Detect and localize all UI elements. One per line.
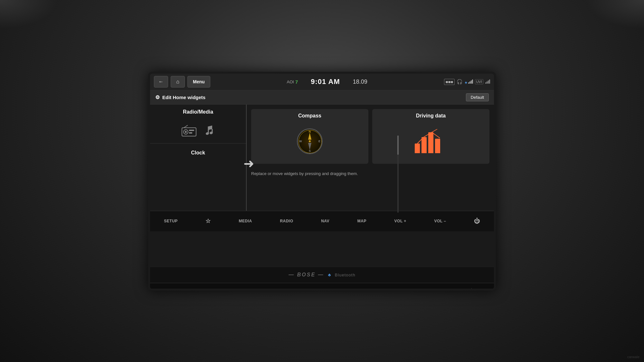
drag-arrow-icon: ➜ (243, 156, 254, 171)
radio-svg-icon (181, 124, 197, 137)
title-bar-content: ⚙ Edit Home widgets (155, 94, 205, 100)
settings-icon: ⚙ (155, 94, 160, 100)
default-button[interactable]: Default (466, 93, 489, 101)
nav-power[interactable]: ⏻ (470, 217, 484, 226)
nav-media[interactable]: MEDIA (235, 218, 256, 225)
bluetooth-icon: ♣ (328, 272, 331, 277)
scrollbar-track[interactable] (397, 135, 399, 213)
radio-media-icons (150, 117, 246, 143)
home-button[interactable]: ⌂ (171, 76, 185, 88)
watermark: carwale (627, 355, 639, 359)
power-icon: ⏻ (474, 218, 480, 225)
menu-button[interactable]: Menu (187, 76, 210, 88)
compass-visual: N S E W (297, 123, 323, 160)
aqi-value: 7 (295, 79, 298, 85)
vol-up-label: VOL + (394, 219, 406, 223)
right-panel: Compass N S E W (247, 105, 494, 211)
compass-west: W (299, 140, 302, 143)
page-title: Edit Home widgets (162, 95, 205, 100)
infotainment-screen: ← ⌂ Menu AOI 7 9:01 AM 18.09 (150, 74, 494, 267)
svg-rect-0 (182, 128, 196, 136)
phys-vol-down[interactable]: VOL – (431, 288, 441, 291)
nav-vol-down[interactable]: VOL – (430, 218, 450, 225)
chart-line-svg (415, 129, 447, 153)
bose-brand: — BOSE — (289, 272, 324, 278)
status-icons: ■■■ 🎧 ♣ UVI (444, 79, 490, 85)
main-content: Radio/Media (150, 105, 494, 211)
music-svg-icon (202, 124, 215, 137)
top-info: AOI 7 9:01 AM 18.09 (213, 78, 441, 86)
clock-title: Clock (155, 150, 241, 156)
back-button[interactable]: ← (154, 76, 168, 88)
nav-setup[interactable]: SETUP (160, 218, 182, 225)
aqi-display: AOI 7 (287, 79, 298, 85)
time-display: 9:01 AM (311, 78, 340, 86)
screen-bezel: ← ⌂ Menu AOI 7 9:01 AM 18.09 (148, 72, 496, 291)
compass-east: E (318, 140, 320, 143)
back-icon: ← (158, 79, 164, 85)
compass-title: Compass (298, 113, 321, 119)
battery-icon: ■■■ (444, 79, 455, 85)
driving-data-visual (415, 123, 447, 160)
aqi-label: AOI (287, 79, 294, 84)
nav-vol-up[interactable]: VOL + (391, 218, 410, 225)
physical-bar: SETUP ☆ MEDIA RADIO NAV MAP VOL + VOL – … (150, 283, 494, 291)
phys-star[interactable]: ☆ (211, 288, 214, 291)
compass-widget[interactable]: Compass N S E W (251, 109, 368, 164)
car-background: ← ⌂ Menu AOI 7 9:01 AM 18.09 (0, 0, 644, 362)
phys-nav[interactable]: NAV (322, 288, 328, 291)
nav-radio[interactable]: RADIO (276, 218, 297, 225)
driving-data-widget[interactable]: Driving data (372, 109, 489, 164)
phys-map[interactable]: MAP (357, 288, 365, 291)
media-label: MEDIA (239, 219, 252, 223)
svg-rect-3 (189, 130, 194, 131)
star-icon: ☆ (205, 218, 211, 225)
svg-rect-4 (189, 132, 192, 134)
driving-data-title: Driving data (416, 113, 446, 119)
uvi-icon: UVI (475, 79, 483, 84)
svg-point-2 (185, 131, 187, 133)
nav-label: NAV (321, 219, 329, 223)
radio-label: RADIO (280, 219, 293, 223)
phys-power[interactable]: ⏻ (470, 288, 473, 291)
map-label: MAP (357, 219, 366, 223)
radio-media-title: Radio/Media (150, 105, 246, 117)
top-bar: ← ⌂ Menu AOI 7 9:01 AM 18.09 (150, 74, 494, 90)
phys-radio[interactable]: RADIO (282, 288, 293, 291)
nav-favorites[interactable]: ☆ (202, 216, 215, 226)
left-panel: Radio/Media (150, 105, 247, 211)
compass-needle-north (308, 133, 311, 140)
setup-label: SETUP (164, 219, 178, 223)
clock-widget[interactable]: Clock (150, 144, 246, 162)
home-icon: ⌂ (176, 79, 179, 85)
scrollbar-thumb (397, 135, 399, 155)
phys-setup[interactable]: SETUP (171, 288, 182, 291)
phys-media[interactable]: MEDIA (242, 288, 253, 291)
network-signal-icon (485, 79, 490, 84)
svg-line-10 (432, 129, 437, 132)
bluetooth-label: Bluetooth (335, 273, 355, 277)
phys-vol-up[interactable]: VOL + (393, 288, 403, 291)
bose-bar: — BOSE — ♣ Bluetooth (150, 267, 494, 283)
instruction-text: Replace or move widgets by pressing and … (247, 168, 494, 179)
main-content-wrapper: Radio/Media (150, 105, 494, 211)
radio-media-widget[interactable]: Radio/Media (150, 105, 246, 144)
nav-nav[interactable]: NAV (317, 218, 333, 225)
widgets-row: Compass N S E W (247, 105, 494, 168)
nav-map[interactable]: MAP (354, 218, 370, 225)
driving-chart (415, 129, 447, 153)
date-display: 18.09 (353, 79, 367, 85)
compass-needle-south (308, 143, 311, 150)
bluetooth-signal-icon: ♣ (465, 79, 473, 84)
vol-down-label: VOL – (434, 219, 446, 223)
svg-line-5 (184, 125, 188, 128)
title-bar: ⚙ Edit Home widgets Default (150, 90, 494, 105)
compass-center (309, 140, 311, 142)
compass-ring: N S E W (297, 128, 323, 154)
bottom-nav: SETUP ☆ MEDIA RADIO NAV MAP VOL (150, 211, 494, 231)
headphone-icon: 🎧 (457, 79, 463, 85)
